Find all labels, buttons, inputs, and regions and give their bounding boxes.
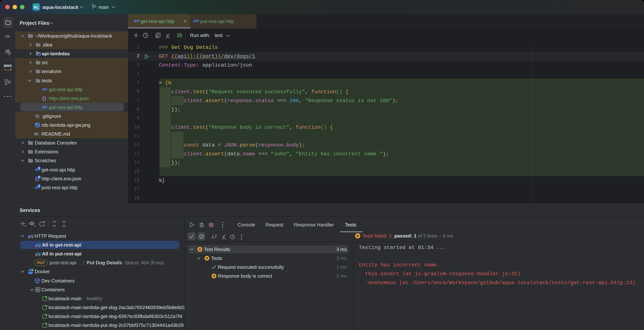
svg-text:?: ? [8,52,10,55]
